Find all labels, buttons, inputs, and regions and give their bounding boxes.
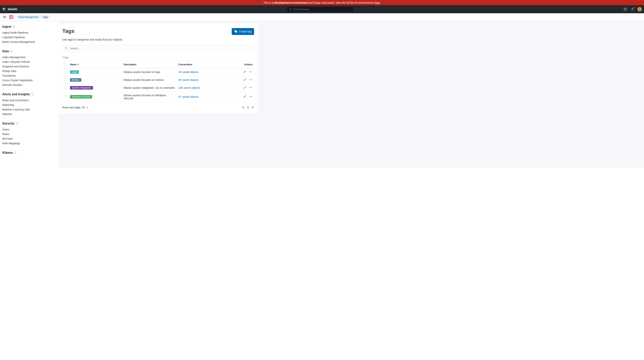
menu-icon — [3, 16, 6, 19]
table-row: LogsKibana assets focused on logs43 save… — [62, 68, 254, 76]
svg-rect-29 — [251, 87, 251, 88]
info-icon[interactable] — [10, 50, 13, 53]
info-icon[interactable] — [16, 122, 18, 125]
svg-rect-24 — [252, 72, 252, 72]
page-title: Tags — [62, 28, 74, 34]
breadcrumb: Stack Management Tags — [16, 15, 50, 19]
svg-rect-23 — [251, 72, 251, 72]
svg-point-8 — [14, 26, 14, 27]
edit-button[interactable] — [243, 95, 246, 98]
svg-rect-30 — [252, 87, 252, 88]
connections-link[interactable]: 97 saved objects — [178, 95, 198, 98]
breadcrumb-item-stack-management[interactable]: Stack Management — [16, 15, 41, 19]
more-actions-button[interactable] — [249, 95, 252, 98]
create-tag-label: Create tag — [239, 30, 252, 33]
nav-item[interactable]: Users — [2, 127, 54, 132]
row-checkbox[interactable] — [64, 78, 66, 81]
connections-link[interactable]: 56 saved objects — [178, 78, 198, 81]
rows-per-page-selector[interactable]: Rows per page: 20 — [62, 106, 88, 109]
pagination: 1 — [242, 106, 254, 109]
nav-item[interactable]: Role Mappings — [2, 141, 54, 146]
boxes-horizontal-icon — [249, 70, 252, 73]
connections-link[interactable]: 196 saved objects — [178, 86, 200, 89]
select-all-checkbox[interactable] — [64, 63, 66, 66]
dev-environment-banner: This is a development environment and th… — [0, 0, 644, 5]
chevron-down-icon — [86, 106, 88, 109]
tags-search-input[interactable] — [70, 47, 252, 50]
banner-link[interactable]: here — [374, 1, 380, 4]
nav-item[interactable]: Beats Central Management — [2, 40, 54, 44]
elastic-wordmark: elastic — [8, 7, 18, 11]
elastic-logo[interactable]: elastic — [2, 7, 18, 11]
news-feed-button[interactable] — [630, 7, 635, 12]
nav-item[interactable]: Remote Clusters — [2, 83, 54, 87]
tags-search[interactable] — [62, 45, 254, 52]
create-tag-button[interactable]: Create tag — [232, 28, 254, 35]
column-description-header[interactable]: Description — [122, 61, 177, 68]
nav-toggle-button[interactable] — [2, 15, 7, 20]
pencil-icon — [243, 70, 246, 73]
row-checkbox[interactable] — [64, 71, 66, 73]
nav-item[interactable]: Roles — [2, 132, 54, 136]
boxes-horizontal-icon — [249, 95, 252, 98]
svg-point-17 — [17, 123, 17, 123]
svg-point-14 — [32, 94, 32, 94]
nav-item[interactable]: Rules and Connectors — [2, 98, 54, 103]
nav-item[interactable]: Ingest Node Pipelines — [2, 30, 54, 35]
tag-description: Kibana assets focused on Windows Securit… — [122, 92, 177, 102]
more-actions-button[interactable] — [249, 86, 252, 89]
global-search-input[interactable] — [293, 8, 352, 11]
tag-description: Kibana assets focused on metrics — [122, 76, 177, 84]
table-row: MetricsKibana assets focused on metrics5… — [62, 76, 254, 84]
column-name-header[interactable]: Name — [70, 63, 79, 66]
global-header: elastic a — [0, 5, 644, 13]
nav-item[interactable]: Snapshot and Restore — [2, 64, 54, 69]
nav-item[interactable]: Watcher — [2, 112, 54, 116]
nav-item[interactable]: API keys — [2, 136, 54, 141]
edit-button[interactable] — [243, 86, 246, 89]
svg-rect-25 — [250, 80, 250, 80]
nav-item[interactable]: Rollup Jobs — [2, 69, 54, 73]
space-selector[interactable] — [9, 15, 14, 19]
nav-section-heading: Kibana — [2, 151, 54, 154]
help-button[interactable] — [623, 7, 628, 12]
nav-item[interactable]: Machine Learning Jobs — [2, 107, 54, 112]
svg-rect-15 — [32, 94, 32, 95]
banner-text: . — [380, 1, 381, 4]
nav-section-heading: Alerts and Insights — [2, 93, 54, 96]
banner-strong: development environment — [274, 1, 308, 4]
svg-rect-12 — [11, 51, 12, 52]
connections-link[interactable]: 43 saved objects — [178, 71, 198, 74]
nav-section-heading: Security — [2, 122, 54, 125]
svg-point-11 — [11, 51, 12, 51]
edit-button[interactable] — [243, 78, 246, 81]
tags-count: 4 tags — [62, 56, 254, 59]
info-icon[interactable] — [12, 25, 15, 28]
more-actions-button[interactable] — [249, 70, 252, 74]
more-actions-button[interactable] — [249, 78, 252, 81]
search-icon — [289, 8, 292, 11]
nav-item[interactable]: Index Management — [2, 55, 54, 60]
global-search[interactable] — [287, 7, 354, 12]
tags-table: Name Description Connections Actions Log… — [62, 61, 254, 102]
user-avatar[interactable]: a — [638, 7, 642, 11]
row-checkbox[interactable] — [64, 95, 66, 98]
nav-item[interactable]: Transforms — [2, 73, 54, 78]
svg-rect-33 — [252, 96, 252, 97]
info-icon[interactable] — [31, 93, 34, 96]
info-icon[interactable] — [14, 151, 16, 154]
column-connections-header[interactable]: Connections — [177, 61, 235, 68]
page-description: Use tags to categorize and easily find y… — [62, 38, 254, 41]
column-name-label: Name — [70, 63, 76, 66]
nav-item[interactable]: Reporting — [2, 103, 54, 107]
nav-item[interactable]: Logstash Pipelines — [2, 35, 54, 40]
nav-item[interactable]: Cross-Cluster Replication — [2, 78, 54, 83]
nav-item[interactable]: Index Lifecycle Policies — [2, 60, 54, 64]
svg-point-3 — [4, 10, 6, 11]
breadcrumb-bar: Stack Management Tags — [0, 13, 644, 21]
notification-dot-icon — [634, 7, 635, 8]
row-checkbox[interactable] — [64, 86, 66, 89]
help-icon — [624, 8, 627, 11]
page-number[interactable]: 1 — [247, 106, 249, 109]
edit-button[interactable] — [243, 70, 246, 74]
